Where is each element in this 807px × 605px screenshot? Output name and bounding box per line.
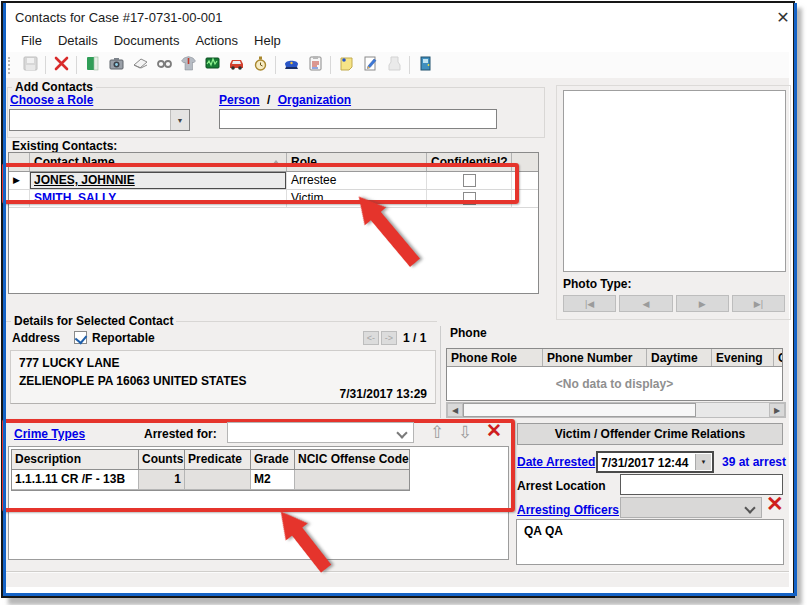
photo-next-button[interactable]: ▶ [676, 295, 729, 312]
date-dropdown-icon[interactable]: ▼ [695, 454, 711, 470]
filler-cell [511, 172, 538, 189]
organization-link[interactable]: Organization [278, 93, 351, 107]
predicate-header[interactable]: Predicate [184, 450, 250, 469]
address-prev-button[interactable]: <- [363, 331, 379, 345]
chevron-down-icon[interactable] [744, 502, 755, 513]
person-link[interactable]: Person [219, 93, 260, 107]
confidential-checkbox-jones[interactable] [463, 174, 476, 187]
age-at-arrest-note: 39 at arrest [722, 455, 786, 469]
counts-cell[interactable]: 1 [138, 470, 184, 489]
clipboard-button[interactable] [303, 54, 327, 77]
phone-scrollbar[interactable]: ◀ ▶ [446, 402, 786, 418]
daytime-header[interactable]: Daytime [646, 349, 711, 366]
role-cell[interactable]: Victim [286, 190, 426, 207]
toolbar-separator [76, 56, 77, 74]
chevron-down-icon[interactable] [396, 427, 407, 438]
phone-empty-text: <No data to display> [447, 367, 782, 391]
arrested-for-combobox[interactable] [227, 422, 414, 443]
vehicle-button[interactable] [224, 54, 248, 77]
menu-documents[interactable]: Documents [106, 31, 188, 50]
clothing-button[interactable] [176, 54, 200, 77]
vitals-button[interactable] [200, 54, 224, 77]
person-name-input[interactable] [219, 109, 497, 129]
grade-header[interactable]: Grade [250, 450, 294, 469]
edit-button[interactable] [358, 54, 382, 77]
officer-list-item[interactable]: QA QA [524, 524, 563, 538]
created-header[interactable]: Cre [773, 349, 782, 366]
officers-listbox[interactable]: QA QA [516, 519, 784, 565]
vehicle-icon [228, 55, 245, 75]
crime-panel: Description Counts Predicate Grade NCIC … [8, 446, 509, 560]
victim-offender-relations-button[interactable]: Victim / Offender Crime Relations [517, 423, 783, 445]
role-combobox[interactable]: ▼ [9, 109, 190, 131]
sticky-note-button[interactable] [334, 54, 358, 77]
description-cell[interactable]: 1.1.1.11 CR /F - 13B [12, 470, 138, 489]
address-box: 777 LUCKY LANE ZELIENOPLE PA 16063 UNITE… [10, 350, 436, 404]
photo-prev-button[interactable]: ◀ [619, 295, 672, 312]
contact-name-cell[interactable]: SMITH, SALLY [29, 190, 286, 207]
vitals-icon [204, 55, 221, 75]
address-next-button[interactable]: -> [381, 331, 397, 345]
menu-actions[interactable]: Actions [187, 31, 246, 50]
crime-row[interactable]: 1.1.1.11 CR /F - 13B 1 M2 [12, 470, 409, 490]
predicate-cell[interactable] [184, 470, 250, 489]
menu-details[interactable]: Details [50, 31, 106, 50]
role-combobox-dropdown-icon[interactable]: ▼ [170, 110, 189, 130]
table-row-smith[interactable]: SMITH, SALLY Victim [9, 190, 538, 208]
contact-book-button[interactable] [80, 54, 104, 77]
counts-header[interactable]: Counts [138, 450, 184, 469]
handcuffs-button[interactable] [152, 54, 176, 77]
toolbar-grip[interactable] [8, 57, 13, 74]
address-timestamp: 7/31/2017 13:29 [340, 387, 427, 401]
date-arrested-field[interactable]: 7/31/2017 12:44 ▼ [596, 451, 714, 473]
remove-crime-icon[interactable]: ✕ [486, 421, 502, 441]
save-button[interactable] [18, 54, 42, 77]
choose-a-role-link[interactable]: Choose a Role [10, 93, 93, 107]
contact-name-link-jones[interactable]: JONES, JOHNNIE [34, 173, 135, 187]
photo-first-button[interactable]: |◀ [563, 295, 616, 312]
stamp-button[interactable] [382, 54, 406, 77]
evening-header[interactable]: Evening [711, 349, 773, 366]
officer-cap-button[interactable] [279, 54, 303, 77]
scroll-left-icon[interactable]: ◀ [447, 403, 463, 417]
phone-number-header[interactable]: Phone Number [542, 349, 646, 366]
phone-role-header[interactable]: Phone Role [447, 349, 542, 366]
role-cell[interactable]: Arrestee [286, 172, 426, 189]
ncic-header[interactable]: NCIC Offense Code [294, 450, 409, 469]
contact-name-header[interactable]: Contact Name [29, 153, 286, 171]
confidential-checkbox-smith[interactable] [463, 192, 476, 205]
menu-bar: File Details Documents Actions Help [5, 29, 789, 52]
arresting-officers-combobox[interactable] [620, 497, 762, 518]
role-header[interactable]: Role [286, 153, 426, 171]
date-arrested-link[interactable]: Date Arrested [517, 455, 595, 469]
reportable-checkbox[interactable] [74, 331, 87, 344]
ncic-cell[interactable] [294, 470, 409, 489]
camera-button[interactable] [104, 54, 128, 77]
camera-icon [108, 55, 125, 75]
delete-button[interactable] [49, 54, 73, 77]
watch-button[interactable] [248, 54, 272, 77]
confidential-header[interactable]: Confidential? [426, 153, 511, 171]
exit-door-icon [417, 55, 434, 75]
scanner-button[interactable] [128, 54, 152, 77]
menu-help[interactable]: Help [246, 31, 289, 50]
photo-last-button[interactable]: ▶| [732, 295, 785, 312]
table-row-jones[interactable]: ▶ JONES, JOHNNIE Arrestee [9, 172, 538, 190]
address-line-1: 777 LUCKY LANE [19, 356, 119, 370]
exit-door-button[interactable] [413, 54, 437, 77]
move-down-icon[interactable]: ⇩ [458, 422, 472, 443]
crime-types-link[interactable]: Crime Types [14, 427, 85, 441]
arresting-officers-link[interactable]: Arresting Officers [517, 503, 619, 517]
details-phone-divider [440, 326, 441, 418]
scroll-right-icon[interactable]: ▶ [769, 403, 785, 417]
arrest-location-input[interactable] [620, 474, 783, 495]
contact-name-link-smith[interactable]: SMITH, SALLY [34, 191, 116, 205]
close-icon[interactable]: ✕ [770, 7, 796, 28]
grade-cell[interactable]: M2 [250, 470, 294, 489]
description-header[interactable]: Description [12, 450, 138, 469]
move-up-icon[interactable]: ⇧ [430, 422, 444, 443]
contact-name-cell[interactable]: JONES, JOHNNIE [29, 172, 286, 189]
scrollbar-thumb[interactable] [463, 403, 696, 417]
remove-officer-icon[interactable]: ✕ [766, 494, 784, 514]
menu-file[interactable]: File [13, 31, 50, 50]
